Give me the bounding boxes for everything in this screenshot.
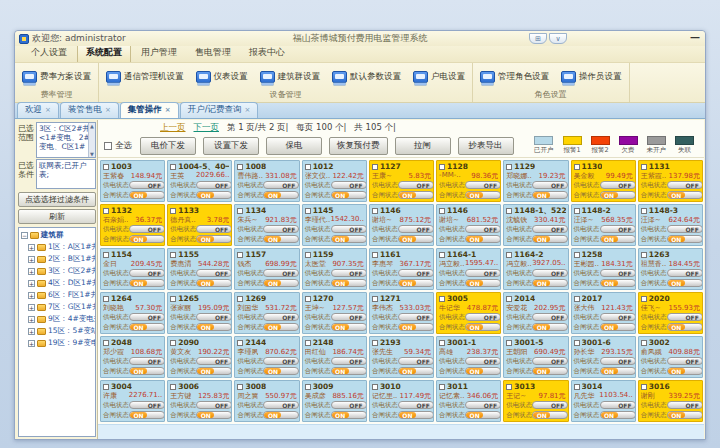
- switch-status-toggle[interactable]: ON: [532, 279, 568, 287]
- meter-card[interactable]: 1148-3 汪泽~ 624.64元 供电状态 OFF: [638, 204, 703, 246]
- meter-card[interactable]: 2048 郑少霞 108.68元 供电状态 OFF: [100, 336, 165, 378]
- meter-checkbox[interactable]: [237, 296, 243, 302]
- tree-item[interactable]: + 7区：G区1#井: [21, 302, 95, 312]
- meter-card[interactable]: 2144 李瑾夙 870.62元 供电状态 OFF: [234, 336, 299, 378]
- meter-card[interactable]: 2020 佳飞~ 155.93元 供电状态 OFF: [638, 292, 703, 334]
- tree-item[interactable]: + 4区：D区1#井（D: [21, 278, 95, 288]
- toolbar-button[interactable]: 恢复预付费: [329, 137, 388, 155]
- collapse-icon[interactable]: −: [21, 232, 28, 239]
- meter-checkbox[interactable]: [439, 252, 445, 258]
- meter-checkbox[interactable]: [170, 340, 176, 346]
- menu-item-4[interactable]: 报表中心: [241, 44, 293, 62]
- ribbon-button[interactable]: 建筑群设置: [257, 69, 324, 85]
- supply-status-toggle[interactable]: OFF: [196, 357, 232, 365]
- meter-checkbox[interactable]: [237, 164, 243, 170]
- meter-checkbox[interactable]: [574, 252, 580, 258]
- supply-status-toggle[interactable]: OFF: [465, 357, 501, 365]
- supply-status-toggle[interactable]: OFF: [129, 225, 165, 233]
- meter-checkbox[interactable]: [170, 384, 176, 390]
- supply-status-toggle[interactable]: OFF: [331, 401, 367, 409]
- meter-card[interactable]: 1269 刘国华 531.72元 供电状态 OFF: [234, 292, 299, 334]
- meter-card[interactable]: 3001-1 高雄 238.37元 供电状态 OFF: [436, 336, 501, 378]
- switch-status-toggle[interactable]: ON: [667, 367, 703, 375]
- meter-card[interactable]: 1155 费惠清 544.28元 供电状态 OFF: [167, 248, 232, 290]
- meter-checkbox[interactable]: [103, 208, 109, 214]
- supply-status-toggle[interactable]: OFF: [667, 225, 703, 233]
- meter-card[interactable]: 1263 祖慧香.. 184.45元 供电状态 OFF: [638, 248, 703, 290]
- switch-status-toggle[interactable]: ON: [465, 235, 501, 243]
- switch-status-toggle[interactable]: ON: [196, 279, 232, 287]
- switch-status-toggle[interactable]: ON: [331, 191, 367, 199]
- meter-checkbox[interactable]: [372, 384, 378, 390]
- meter-card[interactable]: 1148-1、522 沈毓铁 330.41元 供电状态 OFF: [503, 204, 568, 246]
- supply-status-toggle[interactable]: OFF: [667, 357, 703, 365]
- switch-status-toggle[interactable]: ON: [532, 367, 568, 375]
- meter-card[interactable]: 1164-2 冯立毅.. 3927.05.. 供电状态 OFF: [503, 248, 568, 290]
- switch-status-toggle[interactable]: ON: [465, 191, 501, 199]
- meter-card[interactable]: 1148-2 汪泽~ 568.35元 供电状态 OFF: [571, 204, 636, 246]
- menu-item-2[interactable]: 用户管理: [133, 44, 185, 62]
- supply-status-toggle[interactable]: OFF: [532, 225, 568, 233]
- meter-checkbox[interactable]: [103, 384, 109, 390]
- supply-status-toggle[interactable]: OFF: [465, 313, 501, 321]
- meter-checkbox[interactable]: [439, 384, 445, 390]
- expand-icon[interactable]: +: [28, 292, 35, 299]
- meter-card[interactable]: 1130 吴金毅 99.49元 供电状态 OFF: [571, 160, 636, 202]
- switch-status-toggle[interactable]: ON: [398, 367, 434, 375]
- meter-checkbox[interactable]: [506, 384, 512, 390]
- meter-checkbox[interactable]: [574, 164, 580, 170]
- meter-card[interactable]: 1157 钱杰 698.99元 供电状态 OFF: [234, 248, 299, 290]
- switch-status-toggle[interactable]: ON: [667, 279, 703, 287]
- condition-textarea[interactable]: 联网表;已开户表;: [36, 159, 96, 189]
- switch-status-toggle[interactable]: ON: [398, 279, 434, 287]
- tab-close-icon[interactable]: ×: [105, 107, 111, 114]
- supply-status-toggle[interactable]: OFF: [532, 357, 568, 365]
- meter-card[interactable]: 3001-5 王朝阳 690.49元 供电状态 OFF: [503, 336, 568, 378]
- supply-status-toggle[interactable]: OFF: [532, 269, 568, 277]
- toolbar-button[interactable]: 抄表导出: [458, 137, 514, 155]
- switch-status-toggle[interactable]: ON: [196, 235, 232, 243]
- switch-status-toggle[interactable]: ON: [398, 235, 434, 243]
- supply-status-toggle[interactable]: OFF: [532, 313, 568, 321]
- supply-status-toggle[interactable]: OFF: [600, 225, 636, 233]
- meter-card[interactable]: 1127 王康~ 5.83元 供电状态 OFF: [369, 160, 434, 202]
- meter-checkbox[interactable]: [170, 164, 176, 170]
- meter-checkbox[interactable]: [103, 252, 109, 258]
- meter-checkbox[interactable]: [103, 296, 109, 302]
- supply-status-toggle[interactable]: OFF: [667, 181, 703, 189]
- supply-status-toggle[interactable]: OFF: [398, 225, 434, 233]
- meter-card[interactable]: 1004-5、40一 王英 2029.66.. 供电状态 OFF: [167, 160, 232, 202]
- switch-status-toggle[interactable]: ON: [263, 235, 299, 243]
- switch-status-toggle[interactable]: ON: [196, 323, 232, 331]
- tab-close-icon[interactable]: ×: [45, 107, 51, 114]
- tab-1[interactable]: 装管售电 ×: [60, 102, 119, 118]
- switch-status-toggle[interactable]: ON: [532, 235, 568, 243]
- expand-icon[interactable]: +: [28, 268, 35, 275]
- meter-card[interactable]: 1271 李伟杰 533.03元 供电状态 OFF: [369, 292, 434, 334]
- switch-status-toggle[interactable]: ON: [667, 235, 703, 243]
- toolbar-button[interactable]: 设置下发: [203, 137, 259, 155]
- meter-card[interactable]: 1159 太医堂 907.35元 供电状态 OFF: [302, 248, 367, 290]
- ribbon-button[interactable]: 户电设置: [410, 69, 468, 85]
- toolbar-button[interactable]: 拉闸: [395, 137, 451, 155]
- meter-card[interactable]: 1133 德丹真.. 3.78元 供电状态 OFF: [167, 204, 232, 246]
- filter-select-button[interactable]: 点选选择过滤条件: [18, 192, 96, 207]
- expand-icon[interactable]: +: [28, 316, 35, 323]
- switch-status-toggle[interactable]: ON: [398, 323, 434, 331]
- meter-card[interactable]: 3004 许康 2276.71.. 供电状态 OFF: [100, 380, 165, 422]
- meter-checkbox[interactable]: [439, 208, 445, 214]
- supply-status-toggle[interactable]: OFF: [465, 225, 501, 233]
- supply-status-toggle[interactable]: OFF: [196, 313, 232, 321]
- tree-item[interactable]: + 6区：F区1#井（F: [21, 290, 95, 300]
- ribbon-button[interactable]: 费率方案设置: [19, 69, 94, 85]
- switch-status-toggle[interactable]: ON: [129, 323, 165, 331]
- tree-item[interactable]: + 19区：9#变电站（: [21, 338, 95, 348]
- supply-status-toggle[interactable]: OFF: [398, 357, 434, 365]
- meter-checkbox[interactable]: [305, 340, 311, 346]
- supply-status-toggle[interactable]: OFF: [667, 313, 703, 321]
- tab-0[interactable]: 欢迎 ×: [17, 102, 59, 118]
- switch-status-toggle[interactable]: ON: [196, 411, 232, 419]
- expand-icon[interactable]: +: [28, 256, 35, 263]
- tab-close-icon[interactable]: ×: [245, 107, 251, 114]
- meter-checkbox[interactable]: [574, 296, 580, 302]
